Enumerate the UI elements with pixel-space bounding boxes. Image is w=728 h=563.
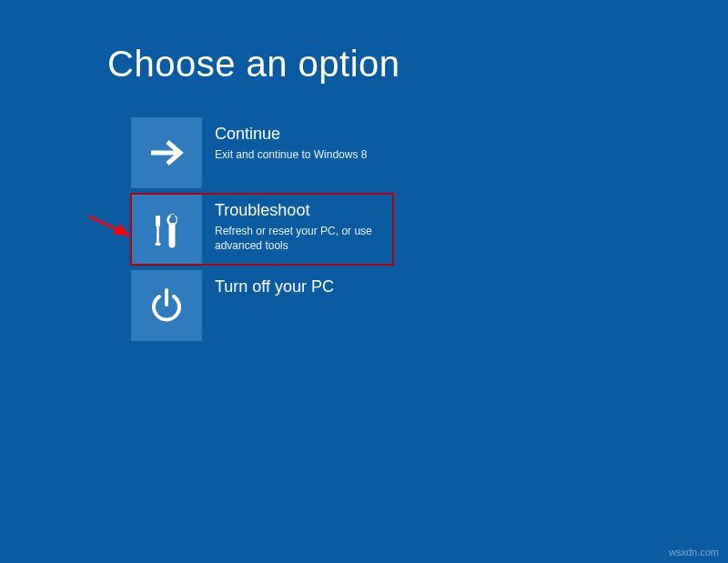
tools-icon [131, 194, 202, 265]
option-turnoff[interactable]: Turn off your PC [131, 270, 393, 341]
option-desc: Refresh or reset your PC, or use advance… [215, 224, 384, 253]
option-title: Continue [215, 125, 367, 145]
watermark: wsxdn.com [669, 547, 719, 558]
option-title: Troubleshoot [215, 201, 384, 221]
page-title: Choose an option [107, 44, 728, 85]
svg-rect-4 [171, 215, 176, 220]
options-list: Continue Exit and continue to Windows 8 [131, 117, 728, 341]
option-desc: Exit and continue to Windows 8 [215, 147, 367, 162]
option-troubleshoot[interactable]: Troubleshoot Refresh or reset your PC, o… [131, 194, 393, 265]
svg-rect-1 [156, 216, 160, 226]
arrow-right-icon [131, 117, 202, 188]
svg-rect-2 [157, 226, 159, 245]
option-title: Turn off your PC [215, 277, 334, 297]
option-continue[interactable]: Continue Exit and continue to Windows 8 [131, 117, 393, 188]
svg-rect-3 [156, 243, 161, 246]
power-icon [131, 270, 202, 341]
